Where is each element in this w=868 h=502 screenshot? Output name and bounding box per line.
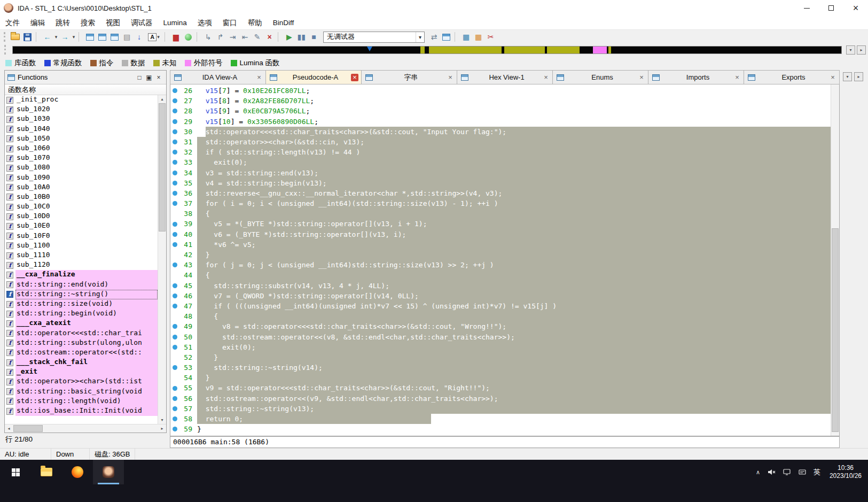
tab-close-button[interactable]: × (829, 74, 836, 81)
step-over-icon[interactable]: ↱ (214, 31, 226, 43)
menu-item-search[interactable]: 搜索 (75, 16, 100, 29)
function-row[interactable]: fsub_10D0 (5, 212, 158, 221)
code-line[interactable]: 36 std::reverse<__gnu_cxx::__normal_iter… (170, 188, 839, 198)
start-process-icon[interactable]: ▶ (283, 31, 295, 43)
function-row[interactable]: f_init_proc (5, 95, 158, 105)
debugger-select[interactable]: 无调试器▾ (323, 32, 425, 43)
function-row[interactable]: fsub_1120 (5, 260, 158, 270)
menu-item-jump[interactable]: 跳转 (50, 16, 75, 29)
run-to-cursor-icon[interactable]: ⇤ (239, 31, 251, 43)
function-row[interactable]: f_exit (5, 367, 158, 377)
scrollbar-thumb[interactable] (159, 103, 166, 231)
code-line[interactable]: 46 v7 = (_QWORD *)std::string::operator[… (170, 291, 839, 301)
tab-close-button[interactable]: × (447, 74, 454, 81)
panel-float-button[interactable]: ▣ (144, 74, 154, 81)
code-line[interactable]: 59} (170, 424, 839, 434)
code-line[interactable]: 34 v3 = std::string::end(v13); (170, 168, 839, 178)
tab-ida-view-a[interactable]: IDA View-A× (170, 70, 266, 84)
code-line[interactable]: 53 std::string::~string(v14); (170, 362, 839, 373)
code-line[interactable]: 35 v4 = std::string::begin(v13); (170, 178, 839, 188)
function-row[interactable]: fstd::string::length(void) (5, 397, 158, 406)
scroll-up-button[interactable]: ▴ (158, 95, 166, 103)
menu-item-debugger[interactable]: 调试器 (126, 16, 158, 29)
menu-item-help[interactable]: 帮助 (243, 16, 268, 29)
function-row[interactable]: fstd::operator<<<std::char_trai (5, 329, 158, 338)
function-row[interactable]: fstd::string::substr(ulong,ulon (5, 338, 158, 348)
database-icon[interactable]: ▦ (460, 31, 472, 43)
code-line[interactable]: 44 { (170, 270, 839, 280)
code-line[interactable]: 50 std::ostream::operator<<(v8, &std::en… (170, 332, 839, 342)
code-line[interactable]: 43 for ( j = 0; j < (unsigned __int64)st… (170, 260, 839, 270)
tab-pseudocode-a[interactable]: Pseudocode-A× (266, 70, 362, 84)
print-icon[interactable]: ▤ (121, 31, 133, 43)
run-until-return-icon[interactable]: ⇥ (226, 31, 239, 43)
tab-hex-view-1[interactable]: Hex View-1× (457, 70, 553, 84)
code-line[interactable]: 56 std::ostream::operator<<(v9, &std::en… (170, 393, 839, 404)
close-button[interactable]: × (843, 0, 868, 16)
code-line[interactable]: 54 } (170, 373, 839, 383)
volume-muted-icon[interactable] (767, 468, 776, 476)
cut-icon[interactable]: ✂ (484, 31, 497, 43)
step-into-icon[interactable]: ↳ (202, 31, 214, 43)
pseudocode-vertical-scrollbar[interactable] (831, 84, 839, 436)
function-row[interactable]: fsub_10E0 (5, 221, 158, 231)
function-row[interactable]: fsub_1060 (5, 144, 158, 153)
taskbar-clock[interactable]: 10:36 2023/10/26 (830, 464, 862, 480)
pause-process-icon[interactable]: ▮▮ (295, 31, 308, 43)
code-line[interactable]: 38 { (170, 208, 839, 219)
function-row[interactable]: fstd::ios_base::Init::Init(void (5, 406, 158, 416)
function-row[interactable]: fstd::operator>><char>(std::ist (5, 377, 158, 387)
function-row[interactable]: fsub_10B0 (5, 192, 158, 202)
function-row[interactable]: fsub_1110 (5, 251, 158, 260)
network-icon[interactable] (783, 468, 791, 476)
scrollbar-thumb[interactable] (13, 425, 43, 432)
ime-language-indicator[interactable]: 英 (814, 467, 820, 477)
code-line[interactable]: 47 if ( (((unsigned __int64)(unsigned in… (170, 301, 839, 311)
tab-close-button[interactable]: × (542, 74, 550, 81)
navband-menu-button[interactable]: ▸ (857, 45, 866, 55)
start-button[interactable] (0, 460, 31, 484)
function-row[interactable]: fsub_1100 (5, 241, 158, 251)
open-file-icon[interactable] (9, 31, 21, 43)
column-header-function-name[interactable]: 函数名称 (5, 84, 166, 95)
code-line[interactable]: 41 *v6 ^= v5; (170, 240, 839, 250)
code-line[interactable]: 37 for ( i = 0; i < (unsigned __int64)(s… (170, 198, 839, 208)
debugger-windows-icon[interactable] (440, 31, 452, 43)
function-row[interactable]: fsub_1070 (5, 153, 158, 163)
tab-close-button[interactable]: × (733, 74, 741, 81)
code-line[interactable]: 45 std::string::substr(v14, v13, 4 * j, … (170, 281, 839, 291)
functions-panel-titlebar[interactable]: Functions □ ▣ × (5, 71, 166, 84)
code-line[interactable]: 31 std::operator>><char>(&std::cin, v13)… (170, 137, 839, 147)
code-line[interactable]: 58 return 0; (170, 414, 839, 424)
navband-zoom-button[interactable]: ▾ (846, 45, 855, 55)
scrollbar-thumb[interactable] (832, 228, 839, 432)
code-line[interactable]: 48 { (170, 311, 839, 321)
jump-xrefs-icon[interactable] (108, 31, 121, 43)
function-row[interactable]: fstd::string::~string() (5, 290, 158, 299)
jump-by-name-icon[interactable] (84, 31, 96, 43)
function-row[interactable]: fsub_10A0 (5, 183, 158, 192)
code-line[interactable]: 55 v9 = std::operator<<<std::char_traits… (170, 383, 839, 393)
jump-next-icon[interactable]: ↓ (133, 31, 145, 43)
maximize-button[interactable] (819, 0, 843, 16)
function-row[interactable]: fsub_1080 (5, 163, 158, 173)
navigation-band[interactable] (12, 46, 842, 54)
font-options-icon[interactable]: A▾ (145, 31, 162, 43)
code-line[interactable]: 42 } (170, 250, 839, 260)
lumina-icon[interactable] (182, 31, 194, 43)
scroll-right-button[interactable]: ▸ (158, 424, 166, 433)
function-row[interactable]: fsub_1020 (5, 105, 158, 114)
code-line[interactable]: 33 exit(0); (170, 157, 839, 167)
function-row[interactable]: fsub_1040 (5, 125, 158, 134)
save-file-icon[interactable] (21, 31, 34, 43)
tab-list-button[interactable]: ▾ (843, 72, 852, 81)
function-row[interactable]: fsub_1030 (5, 114, 158, 124)
code-line[interactable]: 49 v8 = std::operator<<<std::char_traits… (170, 321, 839, 331)
back-history-caret[interactable]: ▾ (53, 31, 59, 43)
cancel-icon[interactable]: × (263, 31, 276, 43)
functions-horizontal-scrollbar[interactable]: ◂ ▸ (5, 424, 166, 433)
tab-enums[interactable]: Enums× (553, 70, 648, 84)
attach-process-icon[interactable]: ⇄ (428, 31, 440, 43)
scroll-down-button[interactable]: ▾ (158, 416, 166, 424)
taskbar-firefox[interactable] (62, 460, 93, 484)
